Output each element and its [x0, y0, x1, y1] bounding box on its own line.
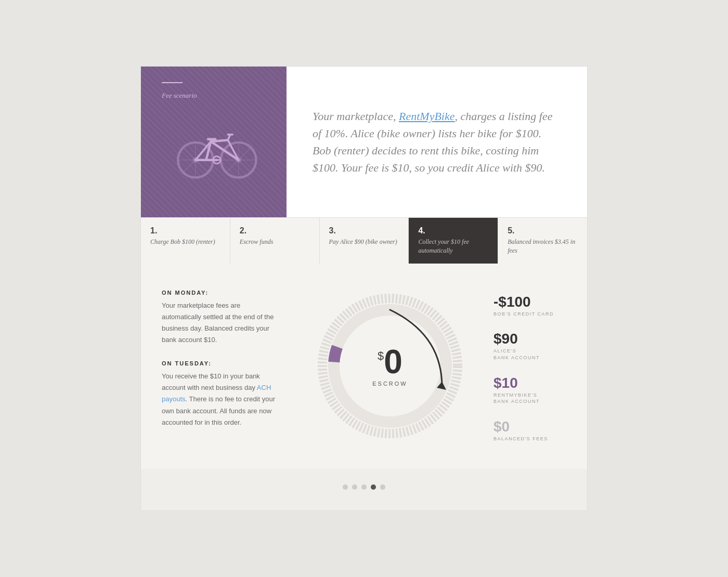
dot-5[interactable] [380, 484, 385, 490]
left-panel: ON MONDAY: Your marketplace fees are aut… [162, 290, 297, 443]
rentmybike-value: $10 [493, 376, 566, 390]
donut-center: $ 0 ESCROW [372, 345, 408, 387]
right-panel: -$100 BOB'S CREDIT CARD $90 ALICE'SBANK … [483, 290, 566, 443]
hero-section: Fee scenario [141, 67, 587, 217]
decorative-line [162, 82, 183, 83]
step-3-label: Pay Alice $90 (bike owner) [329, 238, 399, 246]
dot-2[interactable] [352, 484, 357, 490]
hero-left-panel: Fee scenario [141, 67, 287, 217]
step-5-label: Balanced invoices $3.45 in fees [508, 238, 578, 255]
step-2-number: 2. [240, 226, 310, 235]
bobs-card-value: -$100 [493, 295, 566, 309]
main-content: ON MONDAY: Your marketplace fees are aut… [141, 264, 587, 469]
monday-text: Your marketplace fees are automatically … [162, 300, 281, 346]
brand-link[interactable]: RentMyBike [399, 110, 455, 123]
step-1-label: Charge Bob $100 (renter) [150, 238, 220, 246]
monday-heading: ON MONDAY: [162, 290, 281, 296]
alice-account-value: $90 [493, 332, 566, 346]
amount-rentmybike: $10 RENTMYBIKE'SBANK ACCOUNT [493, 376, 566, 405]
bike-illustration [162, 109, 271, 192]
step-5-number: 5. [508, 226, 578, 235]
fee-scenario-label: Fee scenario [162, 91, 271, 100]
step-1-number: 1. [150, 226, 220, 235]
donut-dollar: $ [378, 349, 384, 363]
bobs-card-label: BOB'S CREDIT CARD [493, 311, 566, 318]
donut-chart: $ 0 ESCROW [317, 293, 463, 439]
tuesday-text: You receive the $10 in your bank account… [162, 371, 281, 428]
dot-4[interactable] [371, 484, 376, 490]
steps-bar: 1. Charge Bob $100 (renter) 2. Escrow fu… [141, 217, 587, 264]
tuesday-heading: ON TUESDAY: [162, 360, 281, 366]
step-4-number: 4. [418, 226, 488, 235]
dot-3[interactable] [361, 484, 367, 490]
amount-alice-account: $90 ALICE'SBANK ACCOUNT [493, 332, 566, 361]
amount-bobs-card: -$100 BOB'S CREDIT CARD [493, 295, 566, 318]
rentmybike-label: RENTMYBIKE'SBANK ACCOUNT [493, 392, 566, 405]
pagination [141, 469, 587, 510]
donut-amount: $ 0 [372, 345, 408, 378]
balanced-fees-value: $0 [493, 419, 566, 434]
step-3[interactable]: 3. Pay Alice $90 (bike owner) [320, 218, 409, 264]
hero-right-panel: Your marketplace, RentMyBike, charges a … [287, 67, 587, 217]
center-panel: $ 0 ESCROW [297, 290, 483, 443]
step-2[interactable]: 2. Escrow funds [230, 218, 320, 264]
step-2-label: Escrow funds [240, 238, 310, 246]
donut-number: 0 [384, 345, 402, 378]
hero-description: Your marketplace, RentMyBike, charges a … [313, 108, 561, 176]
step-5[interactable]: 5. Balanced invoices $3.45 in fees [498, 218, 587, 264]
step-4[interactable]: 4. Collect your $10 fee automatically [409, 218, 498, 264]
dot-1[interactable] [343, 484, 348, 490]
main-container: Fee scenario [140, 66, 588, 510]
donut-label: ESCROW [372, 381, 408, 387]
alice-account-label: ALICE'SBANK ACCOUNT [493, 348, 566, 361]
step-1[interactable]: 1. Charge Bob $100 (renter) [141, 218, 230, 264]
balanced-fees-label: BALANCED'S FEES [493, 436, 566, 442]
amount-balanced-fees: $0 BALANCED'S FEES [493, 419, 566, 442]
step-3-number: 3. [329, 226, 399, 235]
bike-svg [175, 120, 258, 182]
step-4-label: Collect your $10 fee automatically [418, 238, 488, 255]
